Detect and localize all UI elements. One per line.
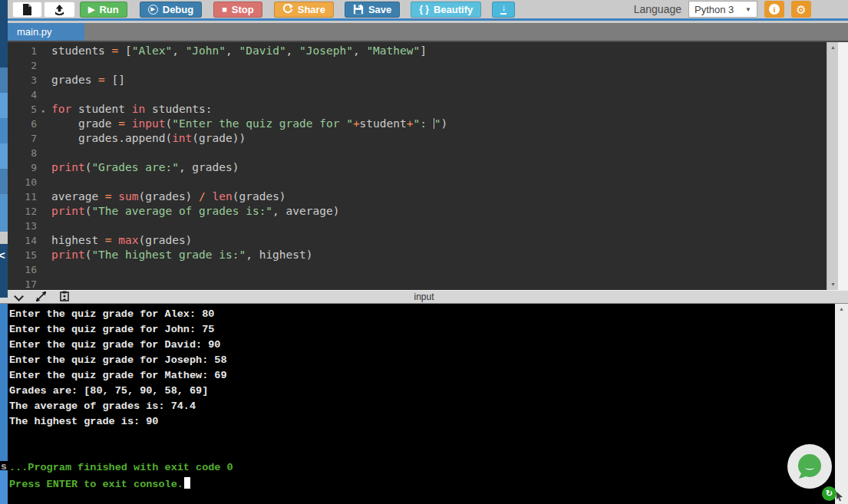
console-output[interactable]: Enter the quiz grade for Alex: 80Enter t…	[0, 304, 835, 504]
line-number[interactable]: 13	[8, 219, 45, 233]
console-cursor	[184, 477, 190, 489]
language-select[interactable]: Python 3 ▼	[688, 1, 757, 18]
code-line	[51, 146, 814, 160]
language-label: Language	[634, 3, 681, 15]
line-number[interactable]: 4	[8, 87, 45, 102]
save-button[interactable]: Save	[345, 2, 400, 18]
save-icon	[353, 4, 364, 15]
upload-button[interactable]	[44, 2, 75, 18]
left-strip-segment	[0, 304, 8, 461]
info-icon: i	[769, 4, 780, 15]
editor-code: students = ["Alex", "John", "David", "Jo…	[51, 44, 814, 290]
toolbar: ▶ Run ▶ Debug ■ Stop Share Save { } Beau…	[0, 0, 848, 21]
tab-main-py[interactable]: main.py	[8, 23, 84, 41]
code-line: print("The highest grade is:", highest)	[51, 248, 814, 262]
line-number[interactable]: 14	[8, 233, 45, 248]
run-label: Run	[99, 4, 118, 15]
code-editor[interactable]: 12345▾67891011121314151617 students = ["…	[8, 42, 827, 290]
code-line	[51, 175, 814, 189]
console-line	[9, 446, 835, 462]
code-line: print("Grades are:", grades)	[51, 160, 814, 175]
console-scroll-up-icon[interactable]: ▲	[835, 304, 848, 315]
console-line: The highest grade is: 90	[9, 416, 835, 431]
console-line: ...Program finished with exit code 0	[9, 462, 835, 477]
stop-button[interactable]: ■ Stop	[213, 2, 262, 18]
code-line	[51, 87, 814, 102]
chat-bubble-icon	[795, 452, 824, 481]
console-header-bar: input	[0, 290, 848, 304]
scroll-up-icon[interactable]: ▲	[827, 42, 839, 53]
left-strip-segment	[0, 0, 8, 68]
mouse-cursor	[836, 492, 843, 501]
tab-bar: main.py	[0, 23, 848, 42]
editor-gutter: 12345▾67891011121314151617	[8, 44, 45, 290]
line-number[interactable]: 11	[8, 189, 45, 204]
left-strip-segment	[0, 194, 8, 232]
share-button[interactable]: Share	[274, 2, 334, 18]
run-button[interactable]: ▶ Run	[80, 2, 127, 18]
language-value: Python 3	[695, 4, 734, 15]
debug-button[interactable]: ▶ Debug	[140, 2, 202, 18]
left-strip-segment	[0, 143, 8, 169]
line-number[interactable]: 12	[8, 204, 45, 219]
line-number[interactable]: 9	[8, 160, 45, 175]
line-number[interactable]: 15	[8, 248, 45, 262]
beautify-label: Beautify	[434, 4, 473, 15]
download-icon: ↓	[500, 4, 506, 15]
code-line	[51, 262, 814, 277]
left-strip-segment	[0, 118, 8, 143]
status-badge-icon[interactable]: ↻	[822, 486, 836, 501]
editor-right-margin	[838, 42, 848, 290]
scroll-down-icon[interactable]: ▼	[827, 279, 839, 290]
line-number[interactable]: 6	[8, 117, 45, 131]
line-number[interactable]: 7	[8, 131, 45, 146]
code-line: students = ["Alex", "John", "David", "Jo…	[51, 44, 814, 58]
line-number[interactable]: 8	[8, 146, 45, 160]
download-button[interactable]: ↓	[492, 2, 515, 18]
left-strip-segment	[0, 470, 8, 504]
code-line: average = sum(grades) / len(grades)	[51, 189, 814, 204]
stop-icon: ■	[222, 5, 227, 14]
code-line: grades = []	[51, 73, 814, 87]
console-line: Enter the quiz grade for John: 75	[9, 324, 835, 339]
console-line: Enter the quiz grade for Joseph: 58	[9, 354, 835, 370]
line-number[interactable]: 16	[8, 262, 45, 277]
info-button[interactable]: i	[764, 1, 784, 18]
line-number[interactable]: 2	[8, 58, 45, 73]
save-label: Save	[368, 4, 391, 15]
stop-label: Stop	[232, 4, 254, 15]
beautify-button[interactable]: { } Beautify	[411, 2, 481, 18]
code-line	[51, 277, 814, 290]
left-strip-segment	[0, 93, 8, 118]
code-line	[51, 58, 814, 73]
code-line: grade = input("Enter the quiz grade for …	[51, 117, 814, 131]
line-number[interactable]: 5▾	[8, 102, 45, 117]
code-line: highest = max(grades)	[51, 233, 814, 248]
line-number[interactable]: 1	[8, 44, 45, 58]
line-number[interactable]: 17	[8, 277, 45, 290]
line-number[interactable]: 10	[8, 175, 45, 189]
chat-widget-button[interactable]	[787, 444, 832, 489]
console-line: Enter the quiz grade for Alex: 80	[9, 308, 835, 324]
code-line: print("The average of grades is:", avera…	[51, 204, 814, 219]
settings-button[interactable]: ⚙	[791, 1, 811, 18]
online-ide-window: ▶ Run ▶ Debug ■ Stop Share Save { } Beau…	[0, 0, 848, 504]
line-number[interactable]: 3	[8, 73, 45, 87]
code-line: grades.append(int(grade))	[51, 131, 814, 146]
console-scroll-strip[interactable]: ▲	[835, 304, 848, 504]
share-icon	[282, 4, 293, 15]
debug-label: Debug	[163, 4, 193, 15]
editor-scrollbar[interactable]: ▲ ▼	[827, 42, 838, 290]
left-strip-segment	[0, 169, 8, 194]
file-icon	[22, 4, 32, 15]
new-file-button[interactable]	[12, 2, 42, 18]
left-strip-segment	[0, 68, 8, 93]
stray-console-char: s	[1, 461, 7, 473]
console-line: The average of grades is: 74.4	[9, 400, 835, 416]
upload-icon	[54, 4, 65, 15]
debug-icon: ▶	[148, 5, 158, 15]
open-sidebar-handle[interactable]: <	[0, 244, 8, 298]
chevron-left-icon: <	[0, 249, 8, 262]
console-line: Press ENTER to exit console.	[9, 477, 835, 492]
left-strip-segment	[0, 232, 8, 244]
